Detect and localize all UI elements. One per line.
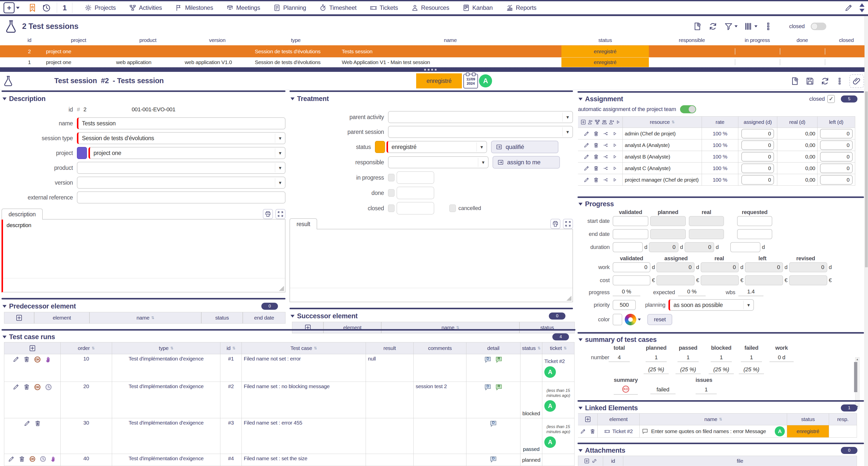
col-closed[interactable]: closed <box>825 37 868 43</box>
edit-icon[interactable] <box>8 456 15 463</box>
menu-activities[interactable]: Activities <box>129 4 162 11</box>
reset-color-button[interactable]: reset <box>647 314 672 325</box>
col-product[interactable]: product <box>114 37 182 43</box>
team-icon[interactable] <box>601 119 608 125</box>
parent-activity-select[interactable] <box>388 111 573 123</box>
col-left[interactable]: left (d) <box>817 116 855 128</box>
col-name[interactable]: name <box>90 312 201 323</box>
closed-checkbox[interactable] <box>825 48 825 55</box>
col-type[interactable]: type <box>112 342 220 354</box>
scroll-arrows[interactable] <box>860 3 865 12</box>
col-resource[interactable]: resource <box>623 116 702 128</box>
description-bubble-icon[interactable]: D <box>489 420 498 428</box>
edit-icon[interactable] <box>584 142 590 148</box>
col-element[interactable]: element <box>34 312 90 323</box>
edit-icon[interactable] <box>584 165 590 171</box>
collapse-icon[interactable] <box>2 336 6 338</box>
col-result[interactable]: result <box>366 342 414 354</box>
edit-icon[interactable] <box>584 154 590 160</box>
inprogress-checkbox[interactable] <box>735 48 735 55</box>
delete-icon[interactable] <box>23 383 30 391</box>
menu-planning[interactable]: Planning <box>273 4 306 11</box>
edit-icon[interactable] <box>24 420 31 427</box>
scroll-down-icon[interactable] <box>860 9 865 12</box>
history-icon[interactable] <box>42 3 51 12</box>
scrollbar-thumb[interactable] <box>854 362 858 392</box>
col-order[interactable]: order <box>61 342 112 354</box>
block-hand-icon[interactable] <box>50 456 57 463</box>
status-select[interactable]: enregistré <box>386 141 487 153</box>
edit-icon[interactable] <box>584 131 590 137</box>
color-wheel-icon[interactable] <box>625 314 636 325</box>
duration-requested-input[interactable] <box>730 242 761 252</box>
end-validated-input[interactable] <box>613 229 648 239</box>
expand-right-icon[interactable] <box>615 120 620 125</box>
closed-checkbox[interactable] <box>825 59 825 65</box>
cell-name[interactable]: Enter some quotes on filed names : error… <box>640 425 787 438</box>
left-input[interactable]: 0 <box>820 152 853 161</box>
menu-kanban[interactable]: Kanban <box>462 4 493 11</box>
expand-button[interactable] <box>563 219 573 229</box>
color-swatch[interactable] <box>613 314 622 325</box>
col-inprogress[interactable]: in progress <box>735 37 780 43</box>
col-element[interactable]: element <box>598 413 640 425</box>
new-item-button[interactable]: + <box>3 2 20 13</box>
left-input[interactable]: 0 <box>820 129 853 138</box>
left-input[interactable]: 0 <box>820 175 853 185</box>
delete-icon[interactable] <box>18 456 25 463</box>
col-end-date[interactable]: end date <box>243 312 285 323</box>
menu-milestones[interactable]: Milestones <box>175 4 213 11</box>
in-progress-date[interactable] <box>397 171 434 184</box>
add-report-icon[interactable] <box>692 22 702 31</box>
expand-right-icon[interactable] <box>612 143 617 148</box>
external-reference-input[interactable] <box>77 191 285 204</box>
closed-toggle[interactable] <box>811 23 826 30</box>
col-project[interactable]: project <box>43 37 114 43</box>
cost-validated-input[interactable] <box>613 275 650 285</box>
menu-meetings[interactable]: Meetings <box>226 4 260 11</box>
splitter-grip[interactable] <box>424 69 436 71</box>
col-detail[interactable]: detail <box>466 342 521 354</box>
col-type[interactable]: type <box>252 37 339 43</box>
edit-icon[interactable] <box>580 428 586 434</box>
col-rate[interactable]: rate <box>702 116 738 128</box>
collapse-icon[interactable] <box>290 315 294 317</box>
edit-pencil-icon[interactable] <box>844 3 853 12</box>
col-version[interactable]: version <box>182 37 252 43</box>
result-bubble-icon[interactable]: R <box>495 383 503 392</box>
description-bubble-icon[interactable]: D <box>489 456 498 464</box>
add-link-icon[interactable] <box>584 416 591 423</box>
col-name[interactable]: name <box>640 413 787 425</box>
assign-to-me-button[interactable]: assign to me <box>493 156 560 168</box>
cancelled-checkbox[interactable] <box>449 205 456 212</box>
print-button[interactable] <box>550 219 560 229</box>
cell-element[interactable]: Ticket #2 <box>598 425 640 438</box>
collapse-icon[interactable] <box>579 98 583 100</box>
link-icon[interactable] <box>591 458 597 464</box>
cell-ticket[interactable]: (less than 15 minutes ago)A <box>542 382 575 418</box>
delete-icon[interactable] <box>23 356 30 363</box>
col-resp[interactable]: resp. <box>829 413 857 425</box>
left-input[interactable]: 0 <box>820 163 853 173</box>
assigned-input[interactable]: 0 <box>741 163 774 173</box>
project-select[interactable]: project one <box>89 147 285 159</box>
done-date[interactable] <box>397 187 434 199</box>
add-person-icon[interactable] <box>587 119 593 125</box>
columns-button[interactable] <box>744 22 757 31</box>
result-bubble-icon[interactable]: R <box>495 356 503 364</box>
print-button[interactable] <box>263 209 273 219</box>
menu-timesheet[interactable]: Timesheet <box>319 4 356 11</box>
cell-test-case[interactable]: Filed name set : set the size <box>242 454 366 466</box>
reassign-icon[interactable] <box>602 177 609 183</box>
collapse-icon[interactable] <box>2 305 6 308</box>
tab-description[interactable]: description <box>1 209 43 220</box>
responsible-select[interactable] <box>388 156 489 168</box>
expand-right-icon[interactable] <box>612 177 617 182</box>
closed-checkbox[interactable] <box>388 205 395 212</box>
set-planned-icon[interactable] <box>39 456 46 463</box>
reassign-icon[interactable] <box>602 142 609 148</box>
collapse-icon[interactable] <box>290 97 294 100</box>
collapse-icon[interactable] <box>579 338 583 341</box>
description-textarea[interactable]: descrption <box>1 219 285 292</box>
parent-session-select[interactable] <box>388 126 573 138</box>
